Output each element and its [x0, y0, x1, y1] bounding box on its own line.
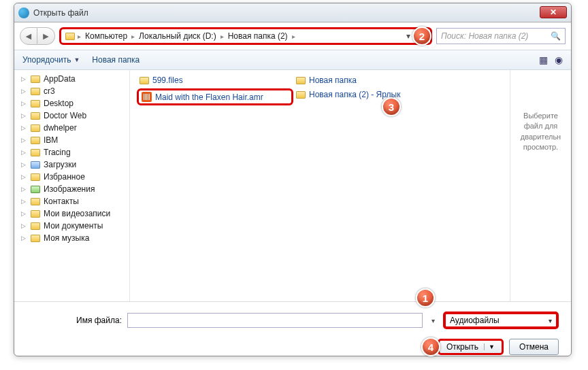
folder-icon [31, 198, 40, 205]
folder-icon [31, 235, 40, 242]
new-folder-button[interactable]: Новая папка [92, 55, 140, 65]
preview-pane: Выберите файл для дварительн просмотр. [510, 70, 571, 301]
callout-badge-3: 3 [382, 97, 401, 116]
sidebar-item-label: Загрузки [44, 160, 76, 169]
folder-icon [31, 149, 40, 156]
sidebar-item[interactable]: dwhelper [14, 122, 129, 134]
organize-menu[interactable]: Упорядочить▼ [22, 55, 80, 65]
help-icon[interactable]: ◉ [555, 54, 563, 65]
sidebar-item-label: Моя музыка [44, 233, 89, 243]
sidebar-item[interactable]: Избранное [14, 171, 129, 183]
sidebar-item[interactable]: Desktop [14, 97, 129, 110]
filename-label: Имя файла: [27, 316, 122, 325]
sidebar-item[interactable]: Tracing [14, 146, 129, 158]
sidebar-item-label: cr3 [44, 86, 55, 96]
sidebar-item-label: Мои документы [44, 221, 103, 231]
titlebar: Открыть файл ✕ [14, 3, 571, 22]
filename-dropdown[interactable]: ▾ [428, 317, 438, 324]
breadcrumb-item[interactable]: Локальный диск (D:) [136, 31, 219, 41]
folder-tree[interactable]: AppDatacr3DesktopDoctor WebdwhelperIBMTr… [14, 70, 130, 301]
sidebar-item[interactable]: Doctor Web [14, 110, 129, 122]
sidebar-item[interactable]: Мои видеозаписи [14, 207, 129, 220]
folder-item[interactable]: Новая папка (2) - Ярлык [293, 88, 450, 101]
file-label: Maid with the Flaxen Hair.amr [155, 92, 263, 102]
folder-icon [31, 173, 40, 181]
sidebar-item-label: IBM [44, 135, 58, 145]
sidebar-item[interactable]: IBM [14, 134, 129, 146]
folder-icon [31, 75, 40, 83]
folder-icon [140, 77, 149, 84]
file-list: 599.filesMaid with the Flaxen Hair.amr Н… [130, 70, 510, 301]
file-label: 599.files [152, 75, 183, 85]
folder-icon [296, 77, 306, 84]
sidebar-item-label: dwhelper [44, 123, 77, 133]
forward-button[interactable]: ► [37, 27, 55, 45]
sidebar-item-label: Doctor Web [44, 111, 86, 120]
sidebar-item-label: Tracing [44, 148, 71, 157]
breadcrumb-sep: ▸ [78, 33, 81, 40]
cancel-button[interactable]: Отмена [509, 339, 559, 355]
sidebar-item[interactable]: Контакты [14, 195, 129, 207]
folder-icon [296, 91, 306, 99]
folder-icon [31, 137, 40, 144]
sidebar-item[interactable]: Загрузки [14, 158, 129, 171]
dialog-body: AppDatacr3DesktopDoctor WebdwhelperIBMTr… [14, 70, 571, 301]
sidebar-item[interactable]: AppData [14, 73, 129, 85]
address-bar[interactable]: ▸ Компьютер ▸ Локальный диск (D:) ▸ Нова… [59, 27, 432, 45]
sidebar-item-label: Избранное [44, 172, 85, 182]
view-icon[interactable]: ▦ [539, 54, 548, 65]
address-dropdown[interactable]: ▾ [404, 31, 413, 41]
folder-item[interactable]: 599.files [137, 74, 293, 86]
folder-icon [31, 161, 40, 169]
search-icon: 🔍 [551, 31, 561, 41]
file-label: Новая папка [309, 75, 357, 85]
folder-icon [31, 100, 40, 107]
sidebar-item[interactable]: cr3 [14, 85, 129, 97]
toolbar: Упорядочить▼ Новая папка ▦ ◉ [14, 50, 571, 70]
window-title: Открыть файл [33, 8, 88, 18]
file-item[interactable]: Maid with the Flaxen Hair.amr [137, 88, 293, 105]
folder-icon [65, 33, 75, 40]
open-file-dialog: Открыть файл ✕ ◄ ► ▸ Компьютер ▸ Локальн… [14, 3, 572, 356]
close-button[interactable]: ✕ [540, 6, 567, 18]
nav-buttons: ◄ ► [20, 27, 55, 45]
nav-row: ◄ ► ▸ Компьютер ▸ Локальный диск (D:) ▸ … [14, 22, 571, 50]
open-button[interactable]: Открыть▼ [438, 339, 504, 355]
folder-icon [31, 222, 40, 230]
sidebar-item-label: Desktop [44, 99, 74, 108]
filetype-select[interactable]: Аудиофайлы ▾ [443, 312, 559, 329]
breadcrumb-sep: ▸ [220, 33, 224, 40]
callout-badge-1: 1 [416, 288, 435, 307]
search-placeholder: Поиск: Новая папка (2) [441, 31, 528, 41]
back-button[interactable]: ◄ [20, 27, 37, 45]
callout-badge-2: 2 [412, 27, 431, 46]
breadcrumb-item[interactable]: Компьютер [82, 31, 130, 41]
folder-icon [31, 112, 40, 120]
preview-text: Выберите файл для дварительн просмотр. [513, 111, 568, 153]
audio-icon [142, 92, 152, 102]
breadcrumb-item[interactable]: Новая папка (2) [225, 31, 291, 41]
sidebar-item-label: AppData [44, 74, 76, 84]
sidebar-item[interactable]: Моя музыка [14, 232, 129, 244]
breadcrumb-sep: ▸ [292, 33, 295, 40]
bottom-panel: Имя файла: ▾ 1 Аудиофайлы ▾ 4 Открыть▼ О… [14, 301, 571, 366]
callout-badge-4: 4 [421, 337, 440, 356]
sidebar-item-label: Мои видеозаписи [44, 209, 110, 218]
filename-input[interactable] [127, 313, 423, 328]
sidebar-item[interactable]: Изображения [14, 183, 129, 195]
folder-icon [31, 124, 40, 132]
search-input[interactable]: Поиск: Новая папка (2) 🔍 [436, 28, 566, 44]
sidebar-item[interactable]: Мои документы [14, 220, 129, 232]
folder-icon [31, 186, 40, 193]
sidebar-item-label: Контакты [44, 197, 79, 206]
folder-icon [31, 88, 40, 95]
folder-icon [31, 210, 40, 218]
breadcrumb-sep: ▸ [131, 33, 135, 40]
sidebar-item-label: Изображения [44, 184, 95, 194]
app-icon [18, 7, 29, 18]
folder-item[interactable]: Новая папка [293, 74, 450, 86]
